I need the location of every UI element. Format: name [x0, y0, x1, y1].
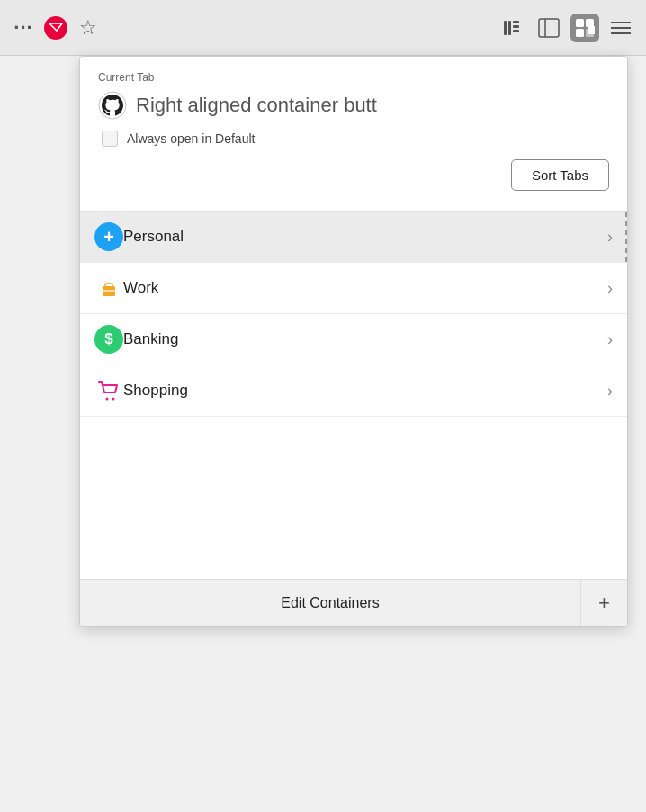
container-item-shopping[interactable]: Shopping › — [80, 365, 627, 417]
svg-rect-11 — [588, 26, 595, 34]
banking-icon: $ — [94, 325, 123, 354]
library-icon[interactable] — [498, 14, 527, 42]
edit-containers-button[interactable]: Edit Containers — [80, 580, 580, 626]
svg-rect-2 — [513, 21, 519, 23]
container-name-personal: Personal — [123, 228, 607, 246]
svg-rect-9 — [576, 29, 584, 37]
star-icon[interactable]: ☆ — [76, 15, 101, 41]
svg-rect-7 — [576, 19, 584, 27]
add-container-button[interactable]: + — [580, 580, 627, 626]
current-tab-label: Current Tab — [98, 71, 609, 84]
sort-tabs-button[interactable]: Sort Tabs — [511, 159, 609, 191]
container-item-personal[interactable]: + Personal › — [80, 212, 627, 263]
svg-rect-1 — [508, 21, 511, 35]
toolbar-right — [498, 14, 635, 42]
svg-rect-5 — [539, 19, 559, 37]
current-tab-info: Right aligned container butt — [98, 91, 609, 120]
pocket-icon[interactable] — [43, 15, 68, 41]
container-name-work: Work — [123, 279, 607, 297]
toolbar: ··· ☆ — [0, 0, 646, 56]
github-icon — [98, 91, 127, 120]
work-icon — [94, 274, 123, 302]
current-tab-section: Current Tab Right aligned container butt… — [80, 57, 627, 211]
personal-icon: + — [94, 222, 123, 251]
svg-point-19 — [106, 398, 109, 401]
empty-space — [80, 417, 627, 579]
svg-rect-4 — [513, 30, 519, 32]
shopping-icon — [94, 376, 123, 405]
always-open-checkbox[interactable] — [102, 131, 118, 147]
toolbar-left: ··· ☆ — [11, 15, 101, 41]
chevron-right-shopping: › — [607, 382, 613, 401]
containers-popup: Current Tab Right aligned container butt… — [79, 56, 628, 627]
sort-tabs-row: Sort Tabs — [98, 159, 609, 200]
svg-point-20 — [112, 398, 115, 401]
always-open-row: Always open in Default — [98, 131, 609, 147]
svg-rect-17 — [105, 284, 112, 287]
containers-list: + Personal › Work › $ — [80, 211, 627, 417]
chevron-right-banking: › — [607, 330, 613, 349]
always-open-label: Always open in Default — [127, 131, 255, 146]
container-item-work[interactable]: Work › — [80, 263, 627, 314]
sidebar-icon[interactable] — [534, 14, 563, 42]
svg-rect-8 — [586, 19, 594, 27]
container-name-banking: Banking — [123, 330, 607, 348]
menu-icon[interactable] — [606, 14, 635, 42]
chevron-right-work: › — [607, 279, 613, 298]
bottom-bar: Edit Containers + — [80, 579, 627, 626]
container-name-shopping: Shopping — [123, 382, 607, 400]
more-icon[interactable]: ··· — [11, 15, 36, 41]
current-tab-title: Right aligned container butt — [136, 94, 377, 117]
browser-window: ··· ☆ — [0, 0, 646, 812]
svg-rect-0 — [504, 21, 507, 35]
container-item-banking[interactable]: $ Banking › — [80, 314, 627, 365]
containers-icon[interactable] — [570, 14, 599, 42]
chevron-right-personal: › — [607, 228, 613, 247]
svg-rect-3 — [513, 25, 519, 28]
